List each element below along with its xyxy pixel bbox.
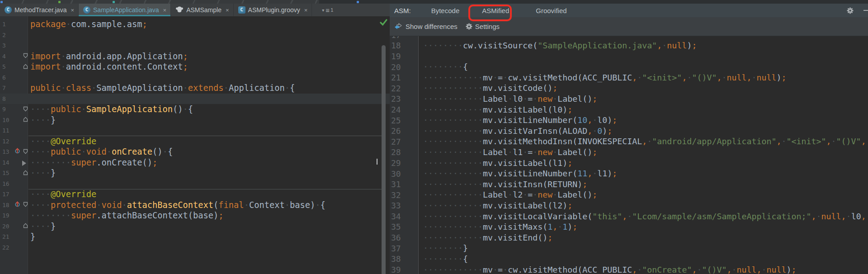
line-number: 31 bbox=[390, 180, 402, 189]
code-text: ············mv.visitLabel(l1); bbox=[402, 158, 868, 169]
code-text: ············mv.visitEnd(); bbox=[402, 232, 868, 243]
asmified-code-view[interactable]: 1718········cw.visitSource("SampleApplic… bbox=[390, 36, 868, 274]
editor-scrollbar[interactable] bbox=[382, 45, 386, 274]
line-number: 35 bbox=[390, 222, 402, 231]
code-line: 4import·android.app.Application; bbox=[0, 51, 390, 62]
fold-end-icon[interactable] bbox=[23, 222, 28, 230]
asm-panel-hide-button[interactable] bbox=[863, 10, 868, 11]
asm-mode-groovified[interactable]: Groovified bbox=[536, 7, 566, 14]
asm-mode-bytecode[interactable]: Bytecode bbox=[431, 7, 460, 14]
top-clipped-strip-right bbox=[319, 0, 868, 4]
fold-end-icon[interactable] bbox=[23, 169, 28, 177]
line-number: 18 bbox=[0, 202, 12, 208]
hidden-tabs-dropdown[interactable]: ▾≡1 bbox=[318, 4, 337, 16]
code-line: 8 bbox=[0, 94, 390, 104]
fold-start-icon[interactable] bbox=[23, 148, 28, 156]
line-number: 5 bbox=[0, 63, 12, 70]
line-number: 39 bbox=[390, 265, 402, 274]
line-number: 24 bbox=[390, 105, 402, 114]
line-number: 14 bbox=[0, 159, 12, 166]
show-differences-button[interactable]: Show differences bbox=[406, 23, 458, 30]
inspections-ok-icon[interactable] bbox=[380, 19, 387, 28]
tab-close-icon[interactable]: × bbox=[226, 7, 229, 13]
line-number: 20 bbox=[0, 223, 12, 230]
code-line: 19 bbox=[390, 51, 868, 62]
asm-panel-title: ASM: bbox=[394, 7, 411, 14]
line-number: 3 bbox=[0, 42, 12, 49]
code-line: 17····@Override bbox=[0, 189, 390, 200]
java-editor[interactable]: 1package·com.sample.asm;234import·androi… bbox=[0, 16, 390, 274]
editor-tab-asmsample[interactable]: ASMSample× bbox=[171, 4, 233, 16]
code-line: 19········super.attachBaseContext(base); bbox=[0, 210, 390, 221]
line-number: 23 bbox=[390, 94, 402, 104]
code-line: 9····public·SampleApplication()·{ bbox=[0, 104, 390, 115]
code-line: 17 bbox=[390, 36, 868, 40]
tab-close-icon[interactable]: × bbox=[71, 7, 74, 13]
code-text: ········{ bbox=[402, 254, 868, 265]
code-line: 22············mv.visitCode(); bbox=[390, 83, 868, 94]
code-line: 3 bbox=[0, 40, 390, 51]
code-line: 27············mv.visitMethodInsn(INVOKES… bbox=[390, 136, 868, 147]
fold-start-icon[interactable] bbox=[23, 201, 28, 209]
line-number: 8 bbox=[0, 95, 12, 102]
fold-start-icon[interactable] bbox=[23, 52, 28, 60]
line-number: 22 bbox=[390, 84, 402, 93]
monkey-file-icon bbox=[175, 6, 184, 14]
code-line: 22 bbox=[0, 242, 390, 253]
method-separator bbox=[28, 136, 382, 136]
code-text: ····@Override bbox=[28, 136, 390, 147]
fold-cell bbox=[23, 148, 28, 156]
line-number: 4 bbox=[0, 53, 12, 60]
code-line: 39············mv·=·cw.visitMethod(ACC_PU… bbox=[390, 265, 868, 274]
code-line: 1package·com.sample.asm; bbox=[0, 19, 390, 30]
editor-tab-methodtracer-java[interactable]: CMethodTracer.java× bbox=[0, 4, 79, 16]
line-number: 18 bbox=[390, 41, 402, 50]
override-method-icon[interactable] bbox=[14, 147, 20, 156]
asm-mode-asmified[interactable]: ASMified bbox=[482, 7, 509, 14]
fold-cell bbox=[23, 201, 28, 209]
code-text: ····public·SampleApplication()·{ bbox=[28, 104, 390, 115]
asm-panel-header: ASM: Bytecode ASMified Groovified bbox=[390, 4, 868, 17]
code-line: 25············mv.visitLineNumber(10,·l0)… bbox=[390, 115, 868, 126]
gutter-arrow-icon bbox=[22, 161, 26, 166]
asm-code-lines: 1718········cw.visitSource("SampleApplic… bbox=[390, 36, 868, 274]
code-line: 18········cw.visitSource("SampleApplicat… bbox=[390, 40, 868, 51]
fold-cell bbox=[23, 105, 28, 113]
settings-button[interactable]: Settings bbox=[475, 23, 500, 30]
tab-label: MethodTracer.java bbox=[14, 6, 66, 14]
asm-panel-toolbar: Show differences Settings bbox=[390, 17, 868, 36]
line-number: 27 bbox=[390, 137, 402, 146]
hidden-tabs-count: 1 bbox=[330, 7, 333, 13]
editor-tab-sampleapplication-java[interactable]: CSampleApplication.java× bbox=[79, 4, 171, 16]
line-number: 21 bbox=[390, 73, 402, 82]
line-number: 38 bbox=[390, 254, 402, 264]
code-text: ············mv·=·cw.visitMethod(ACC_PUBL… bbox=[402, 72, 868, 83]
fold-end-icon[interactable] bbox=[23, 116, 28, 124]
top-strip-dot bbox=[0, 1, 3, 3]
code-line: 24············mv.visitLabel(l0); bbox=[390, 104, 868, 115]
fold-start-icon[interactable] bbox=[23, 105, 28, 113]
override-method-icon[interactable] bbox=[14, 201, 20, 209]
tab-list-icon: ≡ bbox=[326, 6, 330, 14]
text-caret bbox=[377, 159, 377, 165]
class-file-icon: C bbox=[83, 6, 90, 14]
line-number: 20 bbox=[390, 62, 402, 72]
line-number: 7 bbox=[0, 85, 12, 91]
code-line: 35············mv.visitMaxs(1,·1); bbox=[390, 222, 868, 232]
asm-panel-gear-button[interactable] bbox=[847, 7, 854, 14]
line-number: 25 bbox=[390, 116, 402, 125]
line-number: 11 bbox=[0, 127, 12, 134]
line-number: 32 bbox=[390, 190, 402, 200]
asm-panel: ASM: Bytecode ASMified Groovified Show d… bbox=[390, 4, 868, 274]
editor-tab-asmplugin-groovy[interactable]: CASMPlugin.groovy× bbox=[234, 4, 312, 16]
top-strip-dot bbox=[58, 1, 61, 3]
code-line: 30············mv.visitLineNumber(11,·l1)… bbox=[390, 168, 868, 179]
code-line: 5import·android.content.Context; bbox=[0, 61, 390, 72]
code-line: 31············mv.visitInsn(RETURN); bbox=[390, 179, 868, 190]
fold-end-icon[interactable] bbox=[23, 63, 28, 71]
tab-close-icon[interactable]: × bbox=[163, 7, 167, 13]
tab-close-icon[interactable]: × bbox=[304, 7, 308, 13]
code-text: ············Label·l2·=·new·Label(); bbox=[402, 189, 868, 200]
code-line: 2 bbox=[0, 30, 390, 41]
code-line: 23············Label·l0·=·new·Label(); bbox=[390, 94, 868, 104]
